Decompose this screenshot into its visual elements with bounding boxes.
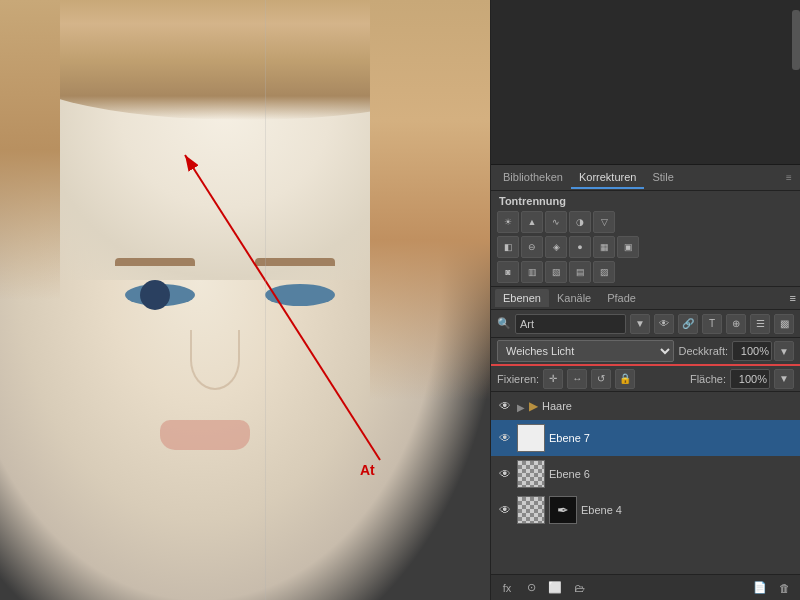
gradient-map-btn[interactable]: ▤ — [569, 261, 591, 283]
panel-scrollbar[interactable] — [792, 0, 800, 164]
hsl-btn[interactable]: ◧ — [497, 236, 519, 258]
adjustment-btn[interactable]: ⊙ — [521, 578, 541, 598]
curves-btn[interactable]: ∿ — [545, 211, 567, 233]
triangle-btn[interactable]: ▽ — [593, 211, 615, 233]
eye-haare[interactable]: 👁 — [497, 398, 513, 414]
fix-pos-btn[interactable]: ✛ — [543, 369, 563, 389]
app-layout: At Bibliotheken Korrekturen Stile ≡ Tont… — [0, 0, 800, 600]
hair-right — [370, 0, 490, 400]
fix-lock-btn[interactable]: 🔒 — [615, 369, 635, 389]
opacity-stepper[interactable]: ▼ — [774, 341, 794, 361]
tab-korrekturen[interactable]: Korrekturen — [571, 167, 644, 189]
nose — [190, 330, 240, 390]
layers-list[interactable]: 👁 ▶ ▶ Haare 👁 Ebene 7 👁 Ebene 6 👁 — [491, 392, 800, 574]
layer-name-ebene7: Ebene 7 — [549, 432, 590, 444]
left-eyebrow — [115, 258, 195, 266]
invert-btn[interactable]: ◙ — [497, 261, 519, 283]
opacity-input[interactable] — [732, 341, 772, 361]
layer-attr-btn[interactable]: ☰ — [750, 314, 770, 334]
hair-left — [0, 0, 60, 300]
icon-row-2: ◧ ⊖ ◈ ● ▦ ▣ — [491, 236, 800, 261]
layer-name-ebene6: Ebene 6 — [549, 468, 590, 480]
fix-row: Fixieren: ✛ ↔ ↺ 🔒 Fläche: ▼ — [491, 366, 800, 392]
layer-tag-btn[interactable]: T — [702, 314, 722, 334]
blend-opacity-row: Weiches Licht Deckkraft: ▼ — [491, 338, 800, 366]
right-eye — [260, 280, 340, 310]
delete-btn[interactable]: 🗑 — [774, 578, 794, 598]
layer-link-btn[interactable]: 🔗 — [678, 314, 698, 334]
area-stepper[interactable]: ▼ — [774, 369, 794, 389]
mask-ebene4: ✒ — [549, 496, 577, 524]
selective-color-btn[interactable]: ▨ — [593, 261, 615, 283]
opacity-value-group: ▼ — [732, 341, 794, 361]
area-label: Fläche: — [690, 373, 726, 385]
blend-mode-select[interactable]: Weiches Licht — [497, 340, 674, 362]
canvas-divider — [265, 0, 266, 600]
fix-move-btn[interactable]: ↔ — [567, 369, 587, 389]
thumb-ebene6 — [517, 460, 545, 488]
right-eyebrow — [255, 258, 335, 266]
photo-filter-btn[interactable]: ● — [569, 236, 591, 258]
color-balance-btn[interactable]: ⊖ — [521, 236, 543, 258]
icon-row-3: ◙ ▥ ▧ ▤ ▨ — [491, 261, 800, 286]
layer-tabs-row: Ebenen Kanäle Pfade ≡ — [491, 286, 800, 310]
fx-btn[interactable]: fx — [497, 578, 517, 598]
canvas-image: At — [0, 0, 490, 600]
threshold-btn[interactable]: ▧ — [545, 261, 567, 283]
posterize-btn[interactable]: ▥ — [521, 261, 543, 283]
bottom-bar: fx ⊙ ⬜ 🗁 📄 🗑 — [491, 574, 800, 600]
eye-ebene7[interactable]: 👁 — [497, 430, 513, 446]
layer-search-input[interactable] — [520, 318, 621, 330]
panel-menu-btn[interactable]: ≡ — [782, 171, 796, 185]
area-input[interactable] — [730, 369, 770, 389]
top-preview — [491, 0, 800, 165]
bw-btn[interactable]: ◈ — [545, 236, 567, 258]
layer-panel-menu-btn[interactable]: ≡ — [790, 292, 796, 304]
color-lookup-btn[interactable]: ▣ — [617, 236, 639, 258]
layer-search-box[interactable] — [515, 314, 626, 334]
icon-row-1: ☀ ▲ ∿ ◑ ▽ — [491, 211, 800, 236]
layer-smart-btn[interactable]: ⊕ — [726, 314, 746, 334]
tab-stile[interactable]: Stile — [644, 167, 681, 189]
lips — [160, 420, 250, 450]
layer-item-ebene6[interactable]: 👁 Ebene 6 — [491, 456, 800, 492]
tab-kanaele[interactable]: Kanäle — [549, 289, 599, 307]
layer-more-btn[interactable]: ▩ — [774, 314, 794, 334]
new-layer-btn[interactable]: 📄 — [750, 578, 770, 598]
brightness-contrast-btn[interactable]: ☀ — [497, 211, 519, 233]
layer-name-ebene4: Ebene 4 — [581, 504, 622, 516]
top-tabs-row: Bibliotheken Korrekturen Stile ≡ — [491, 165, 800, 191]
group-btn[interactable]: 🗁 — [569, 578, 589, 598]
tontrennung-header: Tontrennung — [491, 191, 800, 211]
layer-vis-btn[interactable]: 👁 — [654, 314, 674, 334]
layer-controls: 🔍 ▼ 👁 🔗 T ⊕ ☰ ▩ — [491, 310, 800, 338]
exposure-btn[interactable]: ◑ — [569, 211, 591, 233]
mask-btn[interactable]: ⬜ — [545, 578, 565, 598]
tab-bibliotheken[interactable]: Bibliotheken — [495, 167, 571, 189]
layer-name-haare: Haare — [542, 400, 572, 412]
thumb-ebene4 — [517, 496, 545, 524]
layer-type-btn[interactable]: ▼ — [630, 314, 650, 334]
fix-rotate-btn[interactable]: ↺ — [591, 369, 611, 389]
tab-pfade[interactable]: Pfade — [599, 289, 644, 307]
search-icon: 🔍 — [497, 317, 511, 330]
fix-label: Fixieren: — [497, 373, 539, 385]
tab-ebenen[interactable]: Ebenen — [495, 289, 549, 307]
levels-btn[interactable]: ▲ — [521, 211, 543, 233]
layer-item-ebene4[interactable]: 👁 ✒ Ebene 4 — [491, 492, 800, 528]
scrollbar-thumb[interactable] — [792, 10, 800, 70]
folder-icon-haare: ▶ — [529, 399, 538, 413]
left-eye — [120, 280, 200, 310]
eye-ebene4[interactable]: 👁 — [497, 502, 513, 518]
opacity-label: Deckkraft: — [678, 345, 728, 357]
channel-mixer-btn[interactable]: ▦ — [593, 236, 615, 258]
layer-item-ebene7[interactable]: 👁 Ebene 7 — [491, 420, 800, 456]
layer-group-haare[interactable]: 👁 ▶ ▶ Haare — [491, 392, 800, 420]
thumb-ebene7 — [517, 424, 545, 452]
eye-ebene6[interactable]: 👁 — [497, 466, 513, 482]
group-triangle-haare[interactable]: ▶ — [517, 402, 525, 410]
canvas-area: At — [0, 0, 490, 600]
right-panel: Bibliotheken Korrekturen Stile ≡ Tontren… — [490, 0, 800, 600]
